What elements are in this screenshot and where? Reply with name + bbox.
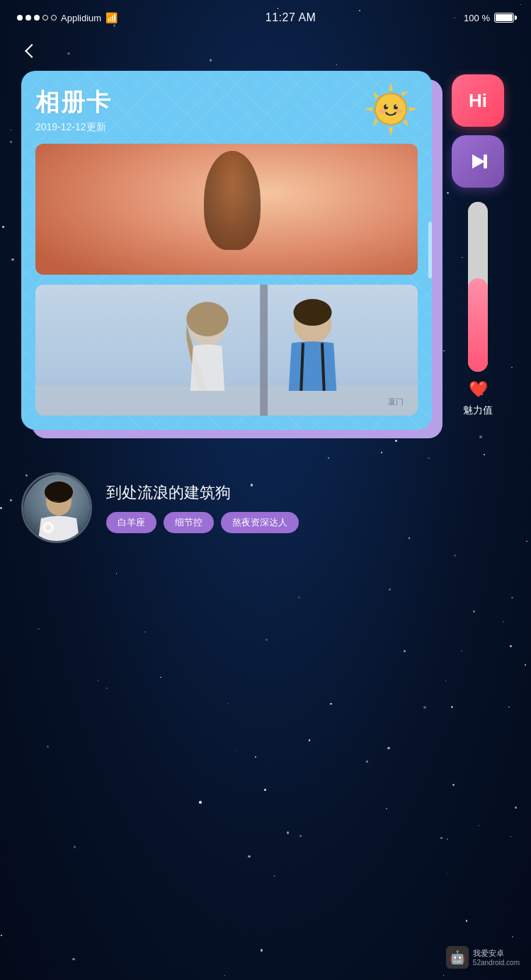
star xyxy=(503,621,504,622)
star xyxy=(144,632,145,632)
star xyxy=(387,747,390,750)
star xyxy=(210,59,212,61)
svg-marker-2 xyxy=(409,107,418,111)
photo-location: 厦门 xyxy=(388,397,404,407)
star xyxy=(525,664,526,666)
svg-point-15 xyxy=(386,113,387,115)
svg-rect-32 xyxy=(484,154,487,169)
tag-constellation[interactable]: 白羊座 xyxy=(106,512,156,533)
star xyxy=(366,760,368,763)
star xyxy=(452,784,455,786)
star xyxy=(510,645,512,647)
star xyxy=(98,680,98,681)
svg-rect-24 xyxy=(260,285,268,416)
watermark-text: 我爱安卓 52android.com xyxy=(473,948,520,967)
star xyxy=(478,825,480,827)
star xyxy=(47,746,49,748)
hi-button[interactable]: Hi xyxy=(452,74,504,127)
battery-indicator xyxy=(494,13,514,23)
star xyxy=(199,801,202,804)
play-pause-icon xyxy=(465,149,491,174)
star xyxy=(336,64,337,65)
svg-point-20 xyxy=(217,144,275,207)
heart-icon: ❤️ xyxy=(469,380,488,399)
star xyxy=(248,855,251,858)
svg-rect-23 xyxy=(35,386,418,416)
star xyxy=(445,680,446,681)
star xyxy=(451,706,453,708)
svg-marker-0 xyxy=(389,82,393,91)
card-date: 2019-12-12更新 xyxy=(35,121,418,134)
dot4 xyxy=(42,15,48,21)
wifi-icon: 📶 xyxy=(105,12,118,23)
star xyxy=(510,836,512,838)
svg-point-14 xyxy=(396,109,403,113)
hi-label: Hi xyxy=(469,90,487,112)
star xyxy=(261,949,263,952)
star xyxy=(38,628,40,630)
svg-point-26 xyxy=(186,302,228,336)
svg-point-28 xyxy=(294,299,332,326)
tag-detail[interactable]: 细节控 xyxy=(164,512,214,533)
star xyxy=(122,567,123,568)
photo-2: 厦门 xyxy=(35,285,418,416)
star xyxy=(440,837,442,838)
star xyxy=(264,789,266,791)
star xyxy=(273,875,275,877)
user-info: 到处流浪的建筑狗 白羊座 细节控 熬夜资深达人 xyxy=(106,482,510,533)
tag-night[interactable]: 熬夜资深达人 xyxy=(221,512,299,533)
watermark: 🤖 我爱安卓 52android.com xyxy=(446,946,520,969)
star xyxy=(116,573,117,574)
star xyxy=(266,639,268,641)
star xyxy=(236,750,236,751)
svg-point-12 xyxy=(396,105,397,106)
star xyxy=(287,831,289,833)
dot3 xyxy=(34,15,40,21)
watermark-site: 我爱安卓 xyxy=(473,948,520,959)
star xyxy=(404,650,406,652)
watermark-url: 52android.com xyxy=(473,959,520,967)
user-avatar[interactable] xyxy=(21,472,92,543)
card-title: 相册卡 xyxy=(35,88,418,117)
status-bar: Applidium 📶 11:27 AM 100 % xyxy=(0,0,531,31)
album-card[interactable]: 相册卡 2019-12-12更新 xyxy=(21,71,432,430)
star xyxy=(395,440,397,442)
svg-point-8 xyxy=(375,93,406,125)
carrier-name: Applidium xyxy=(61,13,101,23)
user-section: 到处流浪的建筑狗 白羊座 细节控 熬夜资深达人 xyxy=(0,451,531,557)
svg-point-13 xyxy=(379,109,386,113)
photo-1 xyxy=(35,144,418,275)
dot5 xyxy=(51,15,57,21)
svg-point-21 xyxy=(219,144,273,180)
star xyxy=(511,597,513,599)
star xyxy=(479,435,482,438)
dot1 xyxy=(17,15,23,21)
svg-marker-31 xyxy=(472,154,485,169)
right-panel: Hi ❤️ 魅力值 xyxy=(446,71,510,430)
card-container: 相册卡 2019-12-12更新 xyxy=(21,71,432,430)
charm-slider-container: ❤️ 魅力值 xyxy=(463,202,493,417)
svg-point-38 xyxy=(45,525,51,530)
star xyxy=(386,808,387,809)
main-content: 相册卡 2019-12-12更新 xyxy=(0,71,531,430)
back-button[interactable] xyxy=(17,38,42,64)
signal-dots xyxy=(17,15,57,21)
battery-bar xyxy=(494,13,514,23)
star xyxy=(423,706,426,709)
star xyxy=(330,703,332,705)
star xyxy=(255,756,256,758)
star xyxy=(461,651,462,652)
play-button[interactable] xyxy=(452,135,504,188)
star xyxy=(508,707,510,708)
svg-point-18 xyxy=(35,144,418,275)
charm-slider-track[interactable] xyxy=(468,202,488,372)
star xyxy=(224,975,225,976)
charm-slider-fill xyxy=(468,278,488,372)
play-button-inner xyxy=(465,149,491,174)
svg-point-19 xyxy=(122,144,418,275)
star xyxy=(67,52,69,55)
star xyxy=(160,677,161,678)
dot2 xyxy=(25,15,31,21)
star xyxy=(72,958,74,960)
svg-line-30 xyxy=(322,343,324,391)
